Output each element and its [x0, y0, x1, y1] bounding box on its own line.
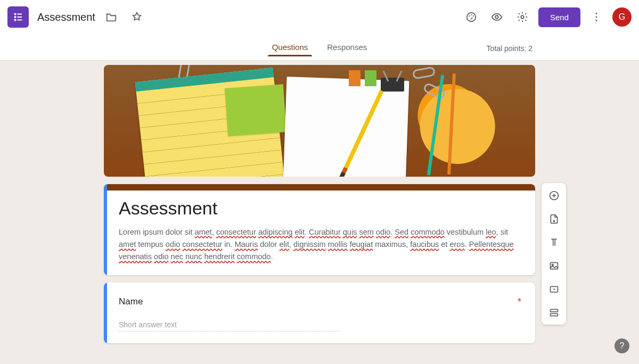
svg-point-8 — [471, 14, 472, 15]
svg-point-12 — [596, 13, 597, 14]
send-button[interactable]: Send — [538, 7, 580, 27]
tab-responses[interactable]: Responses — [324, 38, 370, 56]
question-toolbar — [542, 183, 566, 325]
svg-point-6 — [467, 13, 476, 22]
svg-point-10 — [495, 15, 498, 19]
form-title[interactable]: Assessment — [119, 198, 521, 219]
help-icon[interactable]: ? — [615, 338, 629, 353]
move-to-folder-icon[interactable] — [102, 7, 121, 27]
svg-point-13 — [596, 16, 597, 18]
question-card-1[interactable]: Name * Short answer text — [104, 283, 535, 343]
svg-point-11 — [521, 15, 524, 19]
total-points-label: Total points: — [487, 44, 529, 53]
svg-rect-16 — [550, 262, 558, 269]
total-points-value: 2 — [528, 44, 532, 53]
svg-rect-2 — [14, 16, 17, 18]
svg-point-9 — [473, 15, 474, 16]
add-question-icon[interactable] — [546, 187, 562, 203]
form-canvas: Assessment Lorem ipsum dolor sit amet, c… — [104, 61, 535, 343]
question-label[interactable]: Name — [119, 296, 143, 307]
svg-rect-4 — [14, 19, 17, 21]
add-section-icon[interactable] — [546, 304, 562, 320]
required-star: * — [518, 296, 521, 308]
form-title-card[interactable]: Assessment Lorem ipsum dolor sit amet, c… — [104, 184, 535, 275]
svg-rect-3 — [17, 16, 22, 18]
more-icon[interactable] — [587, 7, 606, 27]
form-description[interactable]: Lorem ipsum dolor sit amet, consectetur … — [119, 226, 521, 263]
svg-rect-20 — [550, 313, 558, 316]
svg-rect-1 — [17, 14, 22, 15]
customize-theme-icon[interactable] — [462, 7, 481, 27]
add-video-icon[interactable] — [546, 281, 562, 297]
svg-rect-0 — [14, 13, 17, 15]
tabs-row: Questions Responses Total points: 2 — [0, 34, 639, 61]
svg-rect-5 — [17, 20, 22, 21]
tab-questions[interactable]: Questions — [269, 38, 312, 56]
add-title-icon[interactable] — [546, 234, 562, 250]
preview-icon[interactable] — [487, 7, 506, 27]
document-title[interactable]: Assessment — [37, 11, 95, 23]
forms-logo[interactable] — [7, 6, 29, 28]
add-image-icon[interactable] — [546, 258, 562, 274]
svg-point-7 — [469, 15, 470, 16]
header-image[interactable] — [104, 65, 535, 177]
total-points: Total points: 2 — [487, 44, 532, 53]
account-avatar[interactable]: G — [612, 7, 632, 27]
svg-rect-19 — [550, 309, 558, 311]
import-questions-icon[interactable] — [546, 211, 562, 227]
svg-point-14 — [596, 20, 597, 21]
short-answer-placeholder: Short answer text — [119, 320, 340, 332]
settings-icon[interactable] — [513, 7, 532, 27]
header: Assessment Send G — [0, 0, 639, 34]
star-icon[interactable] — [127, 7, 146, 27]
